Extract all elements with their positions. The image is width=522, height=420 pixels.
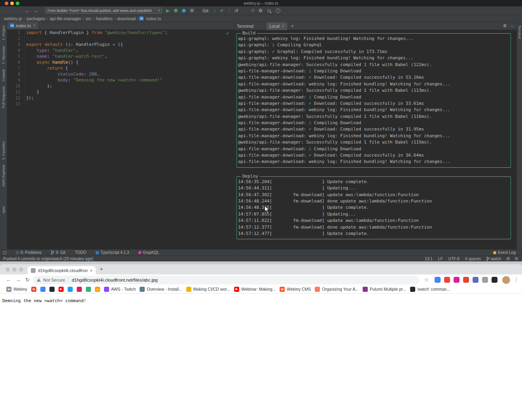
lock-icon[interactable] [507,258,509,260]
git-push-icon[interactable]: ↑ [228,8,230,13]
browser-minimize-button[interactable] [12,267,17,272]
code-line[interactable]: 9 body: "Demoing the new >watch< command… [7,77,234,83]
bookmark-item[interactable]: W Webiny [6,287,27,292]
url-text[interactable]: d1hgd8csopkt4i.cloudfront.net/files/abc.… [72,278,157,282]
bookmark-item[interactable]: a [95,287,100,292]
sidebar-item-aws-explorer[interactable]: AWS Explorer [2,165,6,187]
browser-close-button[interactable] [6,267,10,272]
code-line[interactable]: 13 [7,101,234,107]
code-line[interactable]: 6 async handle() { [7,59,234,65]
terminal-settings-gear-icon[interactable]: ⚙ [503,23,507,28]
inspections-level-icon[interactable] [515,257,518,260]
git-update-icon[interactable]: ↓ [214,8,216,13]
code-line[interactable]: 10 }; [7,83,234,89]
bookmark-item[interactable]: Organizing Your A... [315,287,359,292]
new-terminal-icon[interactable]: + [291,23,294,29]
coverage-button[interactable] [182,8,186,13]
code-line[interactable]: 5 name: "handler-watch-test", [7,53,234,59]
browser-back-icon[interactable]: ← [4,277,13,283]
editor-tab-index-ts[interactable]: TS index.ts × [7,22,39,29]
sidebar-item-terminal[interactable]: Terminal [518,25,522,39]
code-line[interactable]: 1 import { HandlerPlugin } from "@webiny… [7,30,234,36]
code-line[interactable]: 2 [7,36,234,42]
bookmark-item[interactable]: ▶ Webinar: Making... [234,287,276,292]
line-ending[interactable]: LF [438,257,443,261]
avatar[interactable] [502,276,510,284]
toolwindow-switcher-icon[interactable] [3,251,6,254]
run-configuration-select[interactable]: Form Builder "Form" Test.should publish,… [45,8,162,14]
breadcrumb-item[interactable]: src [85,16,91,21]
toolwindow-problems[interactable]: 6: Problems [16,250,42,255]
bookmark-star-icon[interactable]: ☆ [422,277,430,283]
terminal-output[interactable]: Build api-graphql: webiny log: Finished … [235,33,516,252]
browser-tab[interactable]: d1hgd8csopkt4i.cloudfront.ne × [28,266,96,274]
code-line[interactable]: 11 } [7,89,234,95]
help-icon[interactable]: ? [276,8,280,13]
breadcrumb-item[interactable]: webiny-js [4,16,22,21]
ide-close-button[interactable] [5,2,8,5]
code-editor[interactable]: ✔ 1 import { HandlerPlugin } from "@webi… [7,30,234,249]
bookmark-item[interactable] [86,287,91,292]
code-line[interactable]: 4 type: "handler", [7,47,234,53]
profiler-button[interactable] [190,9,194,12]
toolwindow-typescript[interactable]: TypeScript 4.1.3 [96,250,129,255]
code-line[interactable]: 8 statusCode: 200, [7,71,234,77]
run-button[interactable]: ▶ [166,8,170,13]
close-icon[interactable]: × [90,268,93,273]
bookmark-item[interactable] [77,287,82,292]
toolwindow-git[interactable]: 9: Git [51,250,65,255]
close-icon[interactable]: × [33,23,36,28]
browser-zoom-button[interactable] [19,267,23,272]
hide-panel-icon[interactable]: − [511,24,513,28]
code-line[interactable]: 12 }); [7,95,234,101]
search-everywhere-icon[interactable] [267,9,270,12]
settings-gear-icon[interactable]: ⚙ [259,8,263,13]
bookmark-item[interactable]: Overview - Install... [140,287,182,292]
extension-icon[interactable] [454,277,460,283]
breadcrumb-item[interactable]: download [117,16,136,21]
breadcrumb-item[interactable]: index.ts [146,16,161,21]
bookmark-item[interactable]: Making CI/CD wor... [186,287,230,292]
toolwindow-event-log[interactable]: Event Log [493,250,516,255]
git-commit-icon[interactable]: ✔ [220,8,224,13]
sidebar-item-commit[interactable]: Commit [2,69,6,81]
git-history-icon[interactable]: ↺ [234,8,238,13]
sidebar-item-project[interactable]: 1: Project [2,25,6,40]
bookmark-item[interactable] [68,287,73,292]
file-encoding[interactable]: UTF-8 [448,257,460,261]
bookmark-item[interactable]: AWS - Twitch [104,287,136,292]
terminal-tab-local[interactable]: Local × [267,22,287,30]
extension-icon[interactable] [492,277,497,283]
debug-button[interactable] [174,9,178,12]
breadcrumb-item[interactable]: packages [26,16,45,21]
address-bar[interactable]: Not Secure d1hgd8csopkt4i.cloudfront.net… [33,276,419,284]
git-branch-widget[interactable]: watch [486,257,501,261]
code-line[interactable]: 7 return { [7,65,234,71]
extension-icon[interactable] [444,277,450,283]
reload-icon[interactable]: ↻ [23,277,32,283]
ide-zoom-button[interactable] [16,2,19,5]
breadcrumb-item[interactable]: handlers [96,16,112,21]
bookmark-item[interactable]: M [31,287,36,292]
browser-forward-icon[interactable]: → [13,277,23,283]
sidebar-item-npm[interactable]: npm [2,206,6,214]
extension-icon[interactable] [473,277,478,283]
extension-icon[interactable] [482,277,488,283]
forward-icon[interactable]: → [34,8,38,13]
bookmark-item[interactable] [49,287,55,292]
toolwindow-todo[interactable]: TODO [75,250,86,255]
bookmark-item[interactable]: Pulumi Multiple pr... [363,287,406,292]
sidebar-item-pull-requests[interactable]: Pull Requests [2,86,6,108]
breadcrumb-item[interactable]: api-file-manager [50,16,81,21]
extension-icon[interactable] [435,277,441,283]
close-icon[interactable]: × [282,24,284,28]
caret-position[interactable]: 13:1 [425,257,432,261]
sidebar-item-structure[interactable]: 7: Structure [2,46,6,64]
code-line[interactable]: 3 export default (): HandlerPlugin ⇒ ({ [7,42,234,47]
ide-minimize-button[interactable] [10,2,14,5]
new-tab-button[interactable]: + [100,265,103,272]
browser-menu-icon[interactable]: ⋮ [514,277,519,283]
sidebar-item-favorites[interactable]: 2: Favorites [2,141,6,160]
rollback-icon[interactable]: ↺ [250,8,254,13]
back-icon[interactable]: ← [25,8,30,13]
